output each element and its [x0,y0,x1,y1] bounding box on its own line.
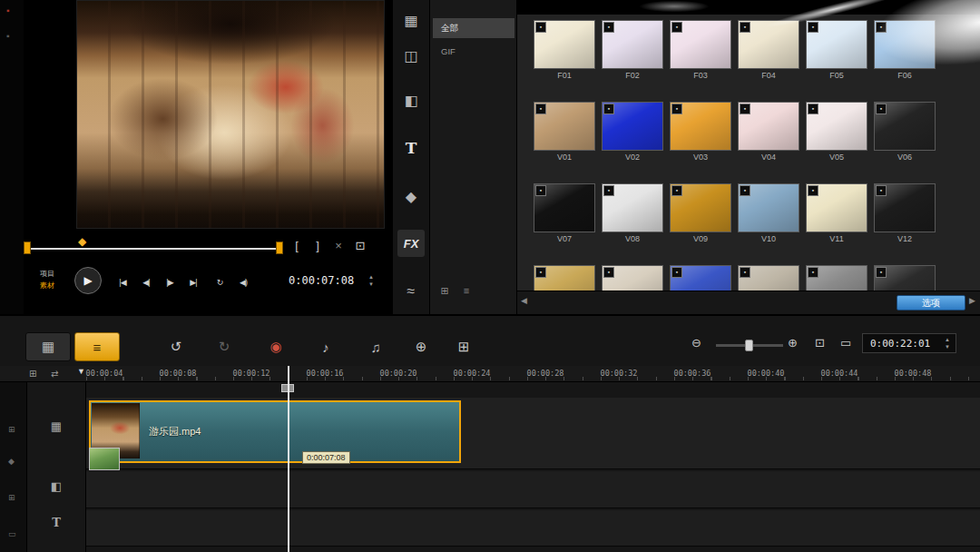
duration-up-icon[interactable]: ▲ [943,337,952,343]
mode-label-clip[interactable]: 素材 [40,281,54,291]
split-clip-icon[interactable]: × [330,238,347,254]
gallery-thumb: ▪ [738,102,799,151]
gallery-item[interactable]: ▪F05 [806,20,867,80]
zoom-out-icon[interactable]: ⊖ [691,336,701,350]
ripple-edit-icon[interactable]: ⇄ [51,369,58,379]
storyboard-view-button[interactable]: ▦ [25,332,71,361]
library-list-view-icon[interactable]: ≡ [457,285,475,300]
fit-project-icon[interactable]: ▭ [840,336,851,350]
video-track-icon[interactable]: ▦ [47,419,65,434]
filter-icon[interactable]: FX [397,230,425,257]
category-item[interactable]: GIF [433,42,514,62]
graphic-icon[interactable]: ◆ [397,182,425,210]
title-track-icon[interactable]: T [47,516,65,530]
library-add-folder-icon[interactable]: ⊞ [436,285,454,300]
category-item[interactable]: 全部 [433,18,514,38]
title-icon[interactable]: T [397,134,425,162]
enlarge-preview-icon[interactable]: ⊡ [352,238,368,254]
scroll-right-icon[interactable]: ▶ [969,296,975,305]
fit-timeline-icon[interactable]: ⊡ [815,336,825,350]
gallery-row: ▪V01▪V02▪V03▪V04▪V05▪V06 [517,102,936,162]
track-toggle-icon[interactable]: ⊞ [8,493,15,502]
home-button[interactable]: |◀ [113,275,132,290]
gallery-item[interactable]: ▪V09 [670,183,731,243]
gallery-item[interactable]: ▪V12 [874,183,936,243]
gallery-item[interactable]: ▪F02 [602,20,663,80]
trim-end-handle[interactable] [276,242,283,254]
batch-convert-button[interactable]: ⊞ [451,335,476,359]
zoom-slider-handle[interactable] [745,340,753,351]
gallery-item[interactable]: ▪V06 [874,102,936,162]
zoom-in-icon[interactable]: ⊕ [788,336,798,350]
filter-badge-icon: ▪ [671,22,682,33]
filter-badge-icon: ▪ [740,185,750,196]
overlay-track-icon[interactable]: ◧ [47,479,65,494]
overlay-clip-thumb[interactable] [89,448,120,470]
gallery-item[interactable]: ▪V11 [806,183,867,243]
end-button[interactable]: ▶| [183,275,203,290]
gallery-item[interactable]: ▪F04 [738,20,799,80]
options-button[interactable]: 选项 [897,295,965,310]
track-toggle-icon[interactable]: ◆ [8,457,15,466]
undo-button[interactable]: ↺ [163,335,189,359]
track-toggle-icon[interactable]: ▭ [8,529,16,538]
play-button[interactable]: ▶ [74,267,102,294]
timecode-down-icon[interactable]: ▼ [367,281,376,288]
timeline-clip[interactable]: 游乐园.mp4 [89,400,461,463]
timeline-view-button[interactable]: ≡ [74,332,120,361]
media-icon[interactable]: ▦ [397,6,425,34]
gallery-item[interactable]: ▪V07 [534,183,595,243]
gallery-item[interactable]: ▪V02 [602,102,663,162]
mode-label-project[interactable]: 项目 [40,269,54,279]
preview-monitor [76,0,385,229]
redo-button[interactable]: ↻ [211,335,237,359]
duration-down-icon[interactable]: ▼ [943,344,952,350]
trim-bar[interactable] [27,248,281,250]
scrubber-handle[interactable]: ◆ [78,235,86,248]
repeat-button[interactable]: ↻ [210,275,230,290]
volume-button[interactable]: ◀) [233,275,253,290]
gallery-item[interactable]: ▪V08 [602,183,663,243]
trim-start-handle[interactable] [24,242,31,254]
mark-in-icon[interactable]: [ [289,238,305,254]
title-track-row[interactable] [86,510,980,547]
gallery-item-label: F04 [738,71,799,80]
record-capture-button[interactable]: ◉ [263,335,289,359]
gallery-item[interactable]: ▪V01 [534,102,595,162]
sound-mixer-button[interactable]: ♪ [313,335,338,359]
overlay-track-row[interactable] [86,471,980,508]
gallery-item[interactable]: ▪V05 [806,102,867,162]
auto-music-button[interactable]: ♫ [363,335,388,359]
transition-icon[interactable]: ◫ [397,42,425,69]
scroll-left-icon[interactable]: ◀ [521,296,527,305]
playhead-line[interactable] [288,366,289,552]
track-toggle-icon[interactable]: ⊞ [8,425,15,434]
motion-path-icon[interactable]: ≈ [397,278,425,305]
gallery-bottom-bar: ◀ ▶ 选项 [517,291,980,314]
gallery-item[interactable]: ▪V03 [670,102,731,162]
filter-badge-icon: ▪ [671,104,682,114]
next-frame-button[interactable]: |▶ [160,275,180,290]
preview-timecode[interactable]: 0:00:07:08 [289,274,354,287]
timeline-ruler[interactable]: 00:00:0400:00:0800:00:1200:00:1600:00:20… [86,366,980,382]
filter-badge-icon: ▪ [740,104,750,114]
gallery-item[interactable]: ▪F03 [670,20,731,80]
prev-frame-button[interactable]: ◀| [136,275,156,290]
project-duration[interactable]: 0:00:22:01 [870,338,930,350]
gallery-item-label: V09 [670,234,731,243]
overlay-icon[interactable]: ◧ [397,86,425,113]
gallery-item-label: V08 [602,234,663,243]
gallery-item[interactable]: ▪F06 [874,20,936,80]
gallery-item[interactable]: ▪V04 [738,102,799,162]
gallery-item[interactable]: ▪F01 [534,20,595,80]
filter-badge-icon: ▪ [808,185,818,196]
gallery-item[interactable]: ▪V10 [738,183,799,243]
track-manager-icon[interactable]: ⊞ [29,369,36,379]
ruler-label: 00:00:28 [518,369,573,378]
gallery-item-label: V12 [874,234,936,243]
timecode-up-icon[interactable]: ▲ [367,274,376,281]
mark-out-icon[interactable]: ] [309,238,326,254]
gallery-item-label: F05 [806,71,867,80]
cue-marker-icon[interactable]: ▼ [77,367,85,376]
motion-track-button[interactable]: ⊕ [408,335,434,359]
